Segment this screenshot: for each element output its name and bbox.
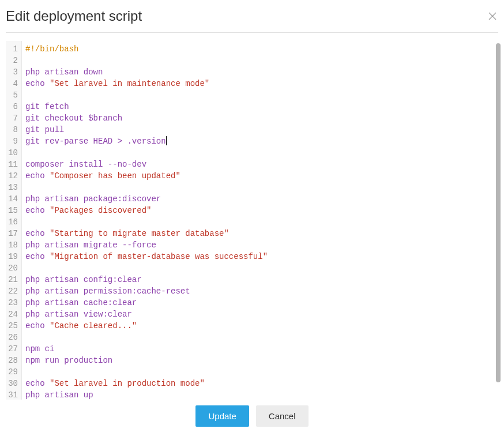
line-number: 11 bbox=[8, 159, 18, 170]
dialog-footer: Update Cancel bbox=[6, 400, 498, 427]
update-button[interactable]: Update bbox=[195, 405, 249, 427]
line-number: 4 bbox=[8, 78, 18, 89]
line-number: 30 bbox=[8, 378, 18, 389]
editor-scrollbar[interactable] bbox=[496, 43, 501, 382]
dialog-title: Edit deployment script bbox=[6, 8, 142, 24]
code-editor[interactable]: 1234567891011121314151617181920212223242… bbox=[6, 41, 498, 400]
line-number: 28 bbox=[8, 355, 18, 366]
code-line[interactable]: echo "Composer has been updated" bbox=[25, 170, 495, 182]
line-number: 22 bbox=[8, 285, 18, 297]
code-line[interactable]: echo "Set laravel in production mode" bbox=[25, 378, 495, 389]
code-line[interactable]: echo "Cache cleared..." bbox=[25, 320, 495, 332]
code-line[interactable] bbox=[25, 89, 495, 101]
code-line[interactable]: php artisan down bbox=[25, 66, 495, 78]
line-number: 1 bbox=[8, 43, 18, 55]
code-line[interactable] bbox=[25, 366, 495, 378]
code-line[interactable]: php artisan view:clear bbox=[25, 309, 495, 320]
line-number: 7 bbox=[8, 112, 18, 124]
line-number: 26 bbox=[8, 332, 18, 343]
header-divider bbox=[6, 32, 498, 33]
code-line[interactable]: echo "Set laravel in maintenance mode" bbox=[25, 78, 495, 89]
code-line[interactable] bbox=[25, 182, 495, 193]
line-number: 21 bbox=[8, 274, 18, 285]
code-line[interactable] bbox=[25, 147, 495, 159]
line-number: 12 bbox=[8, 170, 18, 182]
line-number: 31 bbox=[8, 389, 18, 401]
code-line[interactable]: php artisan up bbox=[25, 389, 495, 400]
code-line[interactable]: git fetch bbox=[25, 101, 495, 112]
line-number: 10 bbox=[8, 147, 18, 159]
dialog-header: Edit deployment script bbox=[6, 6, 498, 32]
line-number: 2 bbox=[8, 55, 18, 66]
code-line[interactable]: composer install --no-dev bbox=[25, 159, 495, 170]
line-number: 14 bbox=[8, 193, 18, 205]
code-line[interactable]: echo "Packages discovered" bbox=[25, 205, 495, 216]
line-number: 19 bbox=[8, 251, 18, 262]
code-line[interactable]: php artisan package:discover bbox=[25, 193, 495, 205]
cancel-button[interactable]: Cancel bbox=[256, 405, 309, 427]
text-cursor bbox=[166, 136, 167, 145]
code-line[interactable]: echo "Starting to migrate master databas… bbox=[25, 228, 495, 239]
code-line[interactable]: git pull bbox=[25, 124, 495, 136]
line-number: 13 bbox=[8, 182, 18, 193]
line-number: 29 bbox=[8, 366, 18, 378]
line-number: 23 bbox=[8, 297, 18, 309]
code-line[interactable]: git rev-parse HEAD > .version bbox=[25, 136, 495, 147]
code-line[interactable] bbox=[25, 332, 495, 343]
line-number: 3 bbox=[8, 66, 18, 78]
code-line[interactable]: php artisan config:clear bbox=[25, 274, 495, 285]
line-number: 20 bbox=[8, 262, 18, 274]
line-number: 5 bbox=[8, 89, 18, 101]
code-line[interactable]: git checkout $branch bbox=[25, 112, 495, 124]
line-number: 24 bbox=[8, 309, 18, 320]
line-number: 15 bbox=[8, 205, 18, 216]
code-line[interactable] bbox=[25, 216, 495, 228]
code-line[interactable]: #!/bin/bash bbox=[25, 43, 495, 55]
code-area[interactable]: #!/bin/bash php artisan downecho "Set la… bbox=[22, 41, 498, 400]
code-line[interactable] bbox=[25, 262, 495, 274]
code-line[interactable]: npm ci bbox=[25, 343, 495, 355]
close-icon[interactable] bbox=[487, 10, 498, 22]
code-line[interactable]: npm run production bbox=[25, 355, 495, 366]
line-number: 18 bbox=[8, 239, 18, 251]
code-line[interactable]: echo "Migration of master-database was s… bbox=[25, 251, 495, 262]
code-line[interactable]: php artisan permission:cache-reset bbox=[25, 285, 495, 297]
code-line[interactable]: php artisan migrate --force bbox=[25, 239, 495, 251]
line-number: 8 bbox=[8, 124, 18, 136]
line-number: 16 bbox=[8, 216, 18, 228]
line-number: 25 bbox=[8, 320, 18, 332]
code-line[interactable] bbox=[25, 55, 495, 66]
line-number: 17 bbox=[8, 228, 18, 239]
line-number-gutter: 1234567891011121314151617181920212223242… bbox=[6, 41, 22, 400]
line-number: 9 bbox=[8, 136, 18, 147]
line-number: 27 bbox=[8, 343, 18, 355]
code-line[interactable]: php artisan cache:clear bbox=[25, 297, 495, 309]
line-number: 6 bbox=[8, 101, 18, 112]
